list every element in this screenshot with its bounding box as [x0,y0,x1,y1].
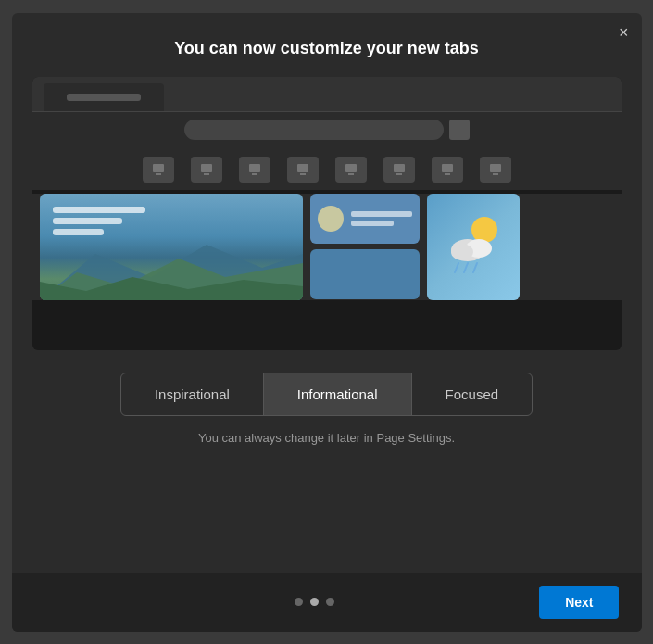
shortcut-icon-2 [191,157,222,183]
info-card-bottom [310,249,420,299]
svg-rect-2 [201,164,212,172]
next-button[interactable]: Next [539,586,619,619]
focused-option[interactable]: Focused [412,373,533,415]
svg-rect-11 [396,173,402,175]
svg-rect-4 [249,164,260,172]
dialog-title: You can now customize your new tabs [174,39,479,58]
address-bar [184,120,444,140]
info-line-1 [351,211,412,217]
inspirational-option[interactable]: Inspirational [121,373,264,415]
shortcut-item [480,157,511,183]
svg-rect-0 [153,164,164,172]
svg-rect-14 [490,164,501,172]
svg-point-19 [471,217,497,243]
address-bar-row [32,112,622,147]
options-row: Inspirational Informational Focused [120,373,533,416]
customize-tabs-dialog: × You can now customize your new tabs [12,13,642,632]
shortcut-icon-5 [335,157,367,183]
active-tab [44,83,164,111]
dot-2 [310,598,319,606]
svg-rect-9 [348,173,354,175]
weather-card [427,194,520,300]
dot-1 [295,598,303,606]
info-line-2 [351,221,394,226]
shortcut-item [191,157,222,183]
close-button[interactable]: × [619,24,629,41]
svg-line-25 [473,263,477,272]
hint-text: You can always change it later in Page S… [198,431,455,445]
options-section: Inspirational Informational Focused You … [12,373,642,445]
svg-rect-8 [345,164,357,172]
shortcut-icon-8 [480,157,511,183]
svg-point-22 [451,244,473,260]
shortcut-item [143,157,174,183]
info-text-lines [351,211,412,226]
weather-illustration [436,209,510,284]
tab-label-bar [67,94,141,101]
dot-3 [326,598,334,606]
svg-rect-6 [297,164,308,172]
shortcuts-row [32,147,622,190]
informational-option[interactable]: Informational [264,373,412,415]
landscape-card [40,194,303,300]
svg-line-24 [464,263,468,272]
shortcut-item [239,157,270,183]
search-icon [449,120,470,140]
shortcut-item [335,157,367,183]
svg-rect-13 [445,173,450,175]
shortcut-icon-7 [432,157,463,183]
info-card-top [310,194,420,244]
shortcut-icon-4 [287,157,319,183]
tab-preview [32,77,622,350]
pagination-dots [295,598,334,606]
sun-moon-icon [318,206,344,232]
svg-line-23 [455,263,458,272]
svg-rect-3 [204,173,209,175]
svg-rect-7 [300,173,306,175]
content-cards-row [32,194,622,300]
shortcut-item [383,157,415,183]
shortcut-icon-6 [383,157,415,183]
shortcut-icon-1 [143,157,174,183]
info-cards-column [310,194,420,300]
svg-rect-10 [394,164,405,172]
shortcut-icon-3 [239,157,270,183]
shortcut-item [287,157,319,183]
svg-rect-1 [156,173,161,175]
mountain-illustration [40,226,303,300]
browser-chrome-bar [32,77,622,112]
svg-rect-5 [252,173,257,175]
svg-rect-12 [442,164,453,172]
svg-rect-15 [493,173,498,175]
text-line-2 [53,218,122,224]
text-line-1 [53,207,145,213]
shortcut-item [432,157,463,183]
bottom-bar: Next [12,573,642,632]
